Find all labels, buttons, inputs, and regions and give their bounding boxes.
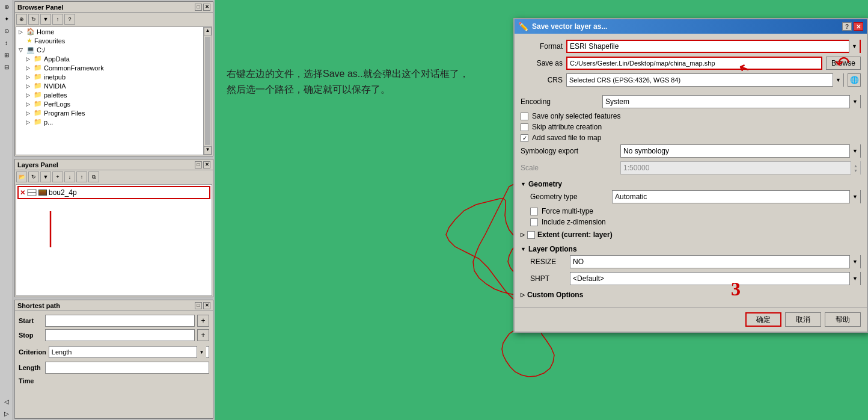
layers-copy-btn[interactable]: ⧉ (88, 171, 99, 182)
browser-filter-btn[interactable]: ▼ (40, 14, 51, 25)
toolbar-icon-5[interactable]: ⊞ (1, 49, 12, 60)
sp-panel-float[interactable]: □ (195, 302, 202, 309)
scroll-up-btn[interactable]: ▲ (204, 27, 212, 36)
save-selected-checkbox[interactable] (521, 113, 528, 120)
layers-down-btn[interactable]: ↓ (64, 171, 75, 182)
sp-panel-close[interactable]: ✕ (203, 302, 210, 309)
save-vector-dialog[interactable]: ✏️ Save vector layer as... ? ✕ Format ES… (513, 18, 868, 333)
sp-stop-plus[interactable]: + (197, 329, 209, 341)
scroll-down-btn[interactable]: ▼ (204, 146, 212, 155)
layers-list: ✕ bou2_4p (16, 184, 212, 296)
tree-item-p[interactable]: ▷ 📁 p... (16, 117, 203, 126)
dialog-footer: 3 确定 取消 帮助 (515, 307, 867, 332)
browser-tree: ▷ 🏠 Home ★ Favourites ▽ 💻 C:/ (16, 27, 203, 155)
sp-length-input[interactable] (45, 362, 209, 374)
include-z-label: Include z-dimension (542, 218, 606, 226)
crs-globe-btn[interactable]: 🌐 (848, 73, 861, 87)
layer-item-bou2[interactable]: ✕ bou2_4p (17, 186, 210, 199)
scroll-thumb[interactable] (205, 37, 210, 145)
custom-options-header[interactable]: ▷ Custom Options (521, 289, 861, 301)
tree-item-inetpub[interactable]: ▷ 📁 inetpub (16, 72, 203, 81)
layers-panel-close[interactable]: ✕ (203, 161, 210, 168)
ok-button[interactable]: 确定 (745, 312, 781, 327)
save-selected-label: Save only selected features (532, 112, 620, 120)
dialog-help-btn[interactable]: ? (842, 22, 852, 31)
crs-row: CRS Selected CRS (EPSG:4326, WGS 84) ▼ 🌐 (521, 73, 861, 87)
geometry-section-header[interactable]: ▼ Geometry (521, 178, 861, 190)
encoding-label: Encoding (521, 97, 599, 106)
browser-panel-float[interactable]: □ (195, 4, 202, 11)
tree-item-favourites[interactable]: ★ Favourites (16, 36, 203, 45)
browser-panel-close[interactable]: ✕ (203, 4, 210, 11)
add-saved-checkbox[interactable]: ✓ (521, 134, 528, 142)
browser-help-btn[interactable]: ? (64, 14, 75, 25)
dialog-close-btn[interactable]: ✕ (854, 22, 863, 31)
tree-item-c[interactable]: ▽ 💻 C:/ (16, 45, 203, 54)
sp-criterion-arrow: ▼ (197, 346, 206, 358)
tree-item-perflogs[interactable]: ▷ 📁 PerfLogs (16, 99, 203, 108)
browser-add-btn[interactable]: ⊕ (16, 14, 27, 25)
toolbar-icon-3[interactable]: ⊙ (1, 25, 12, 36)
browser-collapse-btn[interactable]: ↑ (52, 14, 63, 25)
layers-filter-btn[interactable]: ▼ (40, 171, 51, 182)
browser-scrollbar[interactable]: ▲ ▼ (203, 27, 212, 155)
tree-item-appdata[interactable]: ▷ 📁 AppData (16, 54, 203, 63)
scale-spin-btn[interactable]: ▲▼ (851, 161, 860, 174)
include-z-checkbox[interactable] (530, 218, 538, 226)
toolbar-icon-4[interactable]: ↕ (1, 37, 12, 48)
arrow-1-annotation: ↷ (835, 52, 850, 73)
sp-start-plus[interactable]: + (197, 315, 209, 327)
symbology-dropdown[interactable]: No symbology ▼ (620, 144, 861, 158)
geom-type-label: Geometry type (530, 193, 608, 201)
geom-type-dropdown[interactable]: Automatic ▼ (612, 190, 861, 203)
encoding-dropdown[interactable]: System ▼ (602, 95, 861, 108)
add-saved-label: Add saved file to map (532, 134, 601, 142)
sp-start-row: Start + (19, 315, 209, 327)
sp-content: Start + Stop + Criterion Length ▼ (15, 311, 213, 388)
encoding-value: System (603, 97, 849, 106)
sp-time-row: Time (19, 377, 209, 384)
toolbar-icon-1[interactable]: ⊕ (1, 1, 12, 12)
layers-open-btn[interactable]: 📂 (16, 171, 27, 182)
shpt-dropdown[interactable]: <Default> ▼ (570, 272, 861, 285)
layer-remove-btn[interactable]: ✕ (20, 189, 25, 197)
layer-opts-arrow: ▼ (521, 246, 526, 252)
tree-item-nvidia[interactable]: ▷ 📁 NVIDIA (16, 81, 203, 90)
num-3-annotation: 3 (731, 278, 741, 300)
sp-stop-input[interactable] (45, 329, 195, 341)
force-multi-row: Force multi-type (530, 207, 861, 215)
tree-pal-label: palettes (44, 91, 67, 99)
symbology-value: No symbology (621, 147, 849, 155)
help-button[interactable]: 帮助 (825, 312, 861, 327)
geometry-section-label: Geometry (528, 180, 562, 188)
sp-criterion-dropdown[interactable]: Length ▼ (49, 346, 209, 358)
force-multi-checkbox[interactable] (530, 208, 538, 215)
layers-panel-float[interactable]: □ (195, 161, 202, 168)
toolbar-icon-6[interactable]: ⊟ (1, 61, 12, 72)
layer-options-header[interactable]: ▼ Layer Options (521, 243, 861, 255)
tree-item-programfiles[interactable]: ▷ 📁 Program Files (16, 108, 203, 117)
crs-dropdown[interactable]: Selected CRS (EPSG:4326, WGS 84) ▼ (566, 73, 844, 87)
tree-item-common[interactable]: ▷ 📁 CommonFramework (16, 63, 203, 72)
sp-start-input[interactable] (45, 315, 195, 327)
layers-expand-btn[interactable]: + (52, 171, 63, 182)
tree-item-home[interactable]: ▷ 🏠 Home (16, 27, 203, 36)
layers-refresh-btn[interactable]: ↻ (28, 171, 39, 182)
tree-expand-inet: ▷ (26, 74, 32, 80)
browser-refresh-btn[interactable]: ↻ (28, 14, 39, 25)
skip-attr-checkbox[interactable] (521, 123, 528, 131)
save-as-input[interactable]: C:/Users/Gester.Lin/Desktop/map/china_ma… (566, 57, 822, 70)
toolbar-icon-7[interactable]: ◁ (1, 396, 12, 407)
resize-dropdown[interactable]: NO ▼ (570, 255, 861, 268)
format-dropdown[interactable]: ESRI Shapefile ▼ (566, 40, 861, 53)
layers-up-btn[interactable]: ↑ (76, 171, 87, 182)
tree-item-palettes[interactable]: ▷ 📁 palettes (16, 90, 203, 99)
cancel-button[interactable]: 取消 (785, 312, 821, 327)
sp-criterion-row: Criterion Length ▼ (19, 346, 209, 358)
toolbar-icon-8[interactable]: ▷ (1, 408, 12, 419)
extent-section-header[interactable]: ▷ Extent (current: layer) (521, 229, 861, 241)
scale-row: Scale 1:50000 ▲▼ (521, 161, 861, 174)
tree-pal-icon: 📁 (34, 91, 42, 99)
extent-checkbox[interactable] (527, 231, 535, 239)
toolbar-icon-2[interactable]: ✦ (1, 13, 12, 24)
